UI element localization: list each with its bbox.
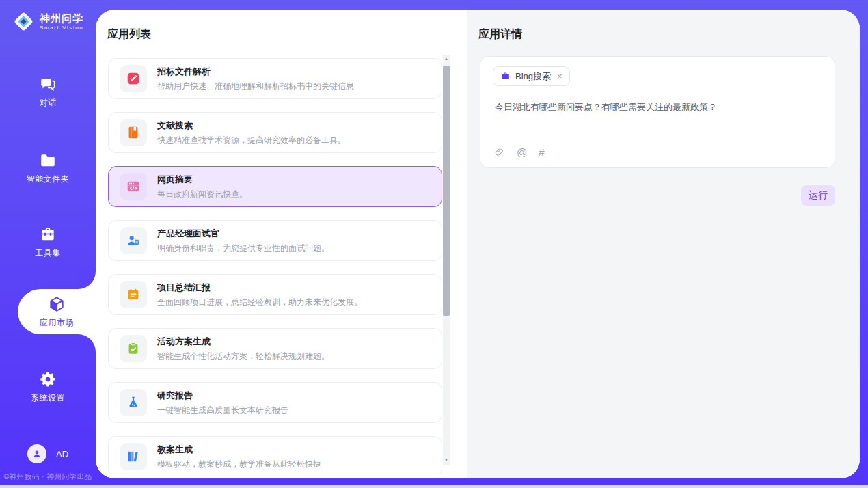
app-description: 明确身份和职责，为您提供专业性的面试问题。 [157,243,329,254]
tool-tag-bing-search[interactable]: Bing搜索 × [493,66,570,86]
sidebar-item-label: 对话 [40,97,57,109]
scroll-down-icon[interactable]: ▼ [443,456,450,465]
user-name: AD [56,449,68,459]
close-icon[interactable]: × [557,71,562,81]
app-card-event-plan[interactable]: 活动方案生成 智能生成个性化活动方案，轻松解决规划难题。 [108,328,442,369]
hash-icon[interactable]: # [539,146,544,158]
edit-square-icon [126,71,141,86]
app-description: 每日政府新闻资讯快查。 [157,189,247,200]
folder-icon [39,152,57,170]
clipboard-check-icon [126,341,141,356]
sidebar-item-smart-folders[interactable]: 智能文件夹 [0,150,96,186]
app-icon-box [120,119,147,146]
sidebar-item-label: 智能文件夹 [27,174,70,185]
app-card-literature-search[interactable]: 文献搜索 快速精准查找学术资源，提高研究效率的必备工具。 [108,112,442,153]
app-description: 帮助用户快速、准确地理解和解析招标书中的关键信息 [157,81,354,92]
brand-name: 神州问学 [40,12,83,25]
prompt-card: Bing搜索 × 今日湖北有哪些新闻要点？有哪些需要关注的最新政策？ @ # [480,56,835,168]
cube-icon [48,295,66,313]
app-name: 招标文件解析 [157,66,354,78]
app-detail-title: 应用详情 [478,27,522,42]
app-description: 模板驱动，教案秒成，教学准备从此轻松快捷 [157,459,321,470]
sidebar-item-label: 系统设置 [31,392,65,404]
app-description: 智能生成个性化活动方案，轻松解决规划难题。 [157,351,329,362]
app-list-title: 应用列表 [107,27,151,42]
app-card-pm-interviewer[interactable]: 产品经理面试官 明确身份和职责，为您提供专业性的面试问题。 [108,220,442,261]
scrollbar-thumb[interactable] [443,66,450,316]
app-name: 项目总结汇报 [157,282,362,294]
app-description: 快速精准查找学术资源，提高研究效率的必备工具。 [157,135,346,146]
research-icon [126,395,141,410]
app-icon-box [120,227,147,254]
app-name: 教案生成 [157,444,321,456]
window-bottom-edge [0,485,868,488]
app-card-web-summary[interactable]: 网页摘要 每日政府新闻资讯快查。 [108,166,442,207]
app-list-panel: 应用列表 招标文件解析 帮助用户快速、准确地理解和解析招标书中的关键信息 [96,10,467,478]
user-account[interactable]: AD [0,444,96,463]
app-name: 活动方案生成 [157,336,329,348]
app-description: 一键智能生成高质量长文本研究报告 [157,405,288,416]
app-name: 产品经理面试官 [157,228,329,240]
calendar-note-icon [126,287,141,302]
book-icon [126,125,141,140]
browser-code-icon [126,179,141,194]
bubble-curve-bottom [78,334,96,352]
app-icon-box [120,443,147,470]
interviewer-icon [126,233,141,248]
person-icon [31,448,42,459]
sidebar-item-toolkit[interactable]: 工具集 [0,224,96,260]
app-name: 文献搜索 [157,120,346,132]
toolbox-icon [39,226,57,243]
sidebar-item-label: 工具集 [35,247,61,259]
app-icon-box [120,65,147,92]
books-icon [126,449,141,464]
app-name: 网页摘要 [157,174,247,186]
brand-diamond-icon [12,10,35,33]
avatar [27,444,46,463]
app-detail-panel: 应用详情 Bing搜索 × 今日湖北有哪些新闻要点？有哪些需要关注的最新政策？ … [467,10,860,478]
chat-icon [39,75,57,93]
app-logo: 神州问学 Smart Vision [12,10,83,33]
query-input[interactable]: 今日湖北有哪些新闻要点？有哪些需要关注的最新政策？ [495,100,821,114]
app-list: 招标文件解析 帮助用户快速、准确地理解和解析招标书中的关键信息 文献搜索 快速精… [108,58,442,474]
sidebar-item-app-market[interactable]: 应用市场 [18,289,96,334]
input-toolbar: @ # [494,146,545,158]
list-scrollbar[interactable]: ▲ ▼ [443,55,450,465]
app-card-lesson-plan[interactable]: 教案生成 模板驱动，教案秒成，教学准备从此轻松快捷 [108,436,442,474]
sidebar-item-chat[interactable]: 对话 [0,74,96,109]
app-icon-box [120,281,147,308]
mention-icon[interactable]: @ [517,146,527,158]
sidebar-nav: 对话 智能文件夹 工具集 应用市场 [0,66,96,488]
sidebar: 神州问学 Smart Vision 对话 智能文件夹 [0,0,96,488]
briefcase-icon [500,71,511,81]
gear-icon [39,370,57,388]
app-card-research-report[interactable]: 研究报告 一键智能生成高质量长文本研究报告 [108,382,442,423]
sidebar-item-settings[interactable]: 系统设置 [0,369,96,405]
app-card-bid-analysis[interactable]: 招标文件解析 帮助用户快速、准确地理解和解析招标书中的关键信息 [108,58,442,99]
brand-subtitle: Smart Vision [40,25,83,31]
app-window: 神州问学 Smart Vision 对话 智能文件夹 [0,0,868,488]
main-panel: 应用列表 招标文件解析 帮助用户快速、准确地理解和解析招标书中的关键信息 [96,10,860,478]
app-icon-box [120,335,147,362]
sidebar-item-label: 应用市场 [40,317,74,329]
run-button[interactable]: 运行 [801,185,835,206]
tool-tag-label: Bing搜索 [515,70,551,83]
app-card-project-summary[interactable]: 项目总结汇报 全面回顾项目进展，总结经验教训，助力未来优化发展。 [108,274,442,315]
app-name: 研究报告 [157,390,288,402]
scroll-up-icon[interactable]: ▲ [443,55,450,64]
app-description: 全面回顾项目进展，总结经验教训，助力未来优化发展。 [157,297,362,308]
attachment-icon[interactable] [494,147,505,158]
app-icon-box [120,389,147,416]
copyright-text: ©神州数码 · 神州问学出品 [0,472,96,482]
app-icon-box [120,173,147,200]
bubble-curve-top [78,271,96,289]
